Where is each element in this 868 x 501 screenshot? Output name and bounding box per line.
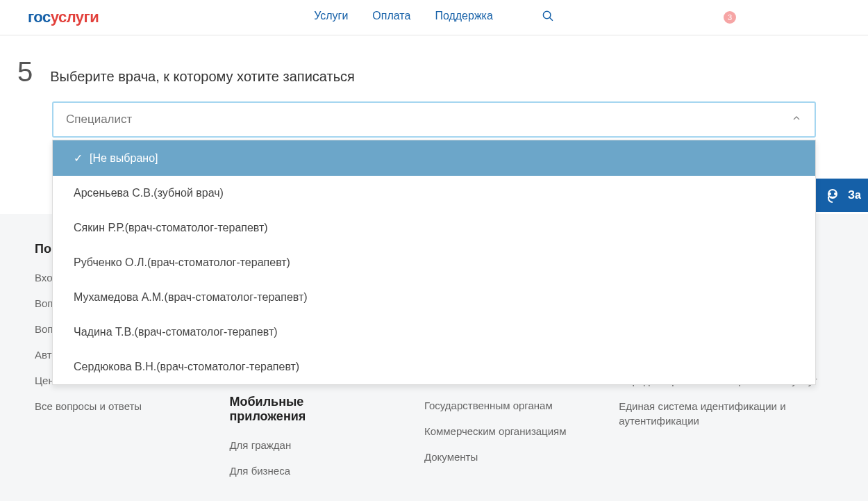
nav-payment[interactable]: Оплата: [372, 10, 410, 25]
headset-icon: [824, 187, 841, 204]
step-section: 5 Выберите врача, к которому хотите запи…: [0, 35, 868, 101]
option-doctor[interactable]: Арсеньева С.В.(зубной врач): [53, 176, 815, 211]
footer-title-apps: Мобильные приложения: [229, 395, 382, 424]
check-icon: ✓: [74, 151, 83, 165]
specialist-select: ✓ [Не выбрано] Арсеньева С.В.(зубной вра…: [52, 101, 816, 138]
svg-point-0: [543, 11, 551, 19]
select-input[interactable]: [66, 113, 791, 126]
svg-point-4: [829, 193, 831, 195]
option-doctor[interactable]: Сердюкова В.Н.(врач-стоматолог-терапевт): [53, 350, 815, 384]
footer-link[interactable]: Коммерческим организациям: [424, 424, 577, 438]
footer-link[interactable]: Для граждан: [229, 438, 382, 452]
footer-link[interactable]: Все вопросы и ответы: [35, 399, 187, 413]
chevron-up-icon: [791, 113, 802, 126]
option-none[interactable]: ✓ [Не выбрано]: [53, 140, 815, 176]
select-trigger[interactable]: [52, 101, 816, 138]
logo-part2: услуги: [51, 8, 99, 26]
support-tab[interactable]: За: [814, 179, 868, 212]
logo-part1: гос: [28, 8, 51, 26]
nav-support[interactable]: Поддержка: [435, 10, 492, 25]
site-header: госуслуги Услуги Оплата Поддержка 3: [0, 0, 868, 35]
option-doctor[interactable]: Чадина Т.В.(врач-стоматолог-терапевт): [53, 315, 815, 350]
nav-services[interactable]: Услуги: [314, 10, 348, 25]
logo[interactable]: госуслуги: [28, 8, 99, 26]
footer-link[interactable]: Единая система идентификации и аутентифи…: [619, 399, 833, 428]
footer-link[interactable]: Государственным органам: [424, 398, 577, 413]
option-none-label: [Не выбрано]: [90, 152, 158, 165]
option-doctor[interactable]: Мухамедова А.М.(врач-стоматолог-терапевт…: [53, 280, 815, 315]
search-icon[interactable]: [542, 10, 554, 25]
option-doctor[interactable]: Сякин Р.Р.(врач-стоматолог-терапевт): [53, 211, 815, 245]
select-dropdown[interactable]: ✓ [Не выбрано] Арсеньева С.В.(зубной вра…: [52, 140, 816, 385]
svg-line-1: [549, 17, 553, 21]
step-number: 5: [17, 56, 33, 88]
svg-point-5: [835, 193, 836, 195]
step-title: Выберите врача, к которому хотите записа…: [50, 69, 355, 85]
notification-badge[interactable]: 3: [724, 11, 736, 24]
footer-link[interactable]: Документы: [424, 450, 577, 464]
footer-link[interactable]: Для бизнеса: [229, 463, 382, 478]
primary-nav: Услуги Оплата Поддержка: [314, 10, 554, 25]
support-tab-label: За: [848, 189, 861, 202]
option-doctor[interactable]: Рубченко О.Л.(врач-стоматолог-терапевт): [53, 245, 815, 280]
